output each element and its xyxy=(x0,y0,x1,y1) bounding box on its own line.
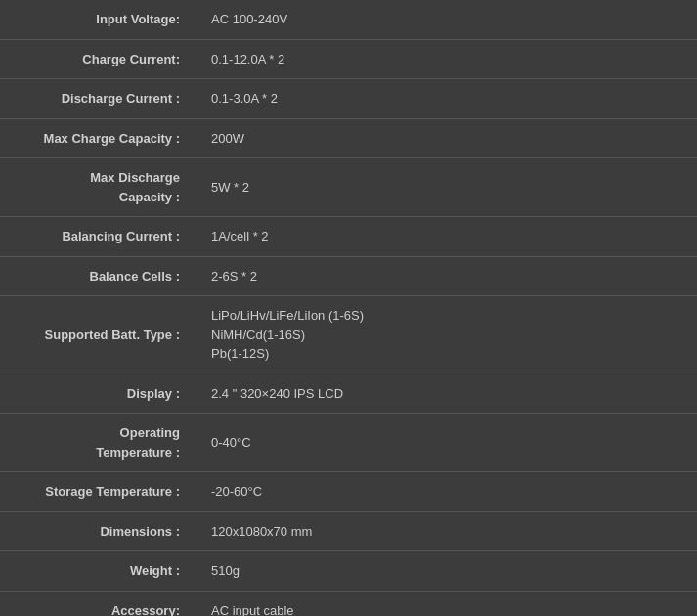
spec-value: AC input cable xyxy=(196,591,697,616)
spec-label: Accessory: xyxy=(0,591,196,616)
spec-value: 510g xyxy=(196,551,697,592)
table-row: Max Charge Capacity :200W xyxy=(0,118,697,158)
spec-label: Max DischargeCapacity : xyxy=(0,158,196,217)
spec-label: Weight : xyxy=(0,551,196,592)
spec-value: 5W * 2 xyxy=(196,158,697,217)
spec-label: Discharge Current : xyxy=(0,79,196,119)
table-row: Supported Batt. Type :LiPo/LiHv/LiFe/LiI… xyxy=(0,296,697,374)
table-row: Weight :510g xyxy=(0,551,697,592)
spec-label: Dimensions : xyxy=(0,511,196,551)
table-row: Dimensions :120x1080x70 mm xyxy=(0,511,697,551)
spec-label: Charge Current: xyxy=(0,39,196,79)
spec-label: Max Charge Capacity : xyxy=(0,118,196,158)
spec-label: Balance Cells : xyxy=(0,256,196,296)
table-row: Balance Cells :2-6S * 2 xyxy=(0,256,697,296)
spec-label: Supported Batt. Type : xyxy=(0,296,196,374)
spec-label: Input Voltage: xyxy=(0,0,196,39)
spec-label: Balancing Current : xyxy=(0,217,196,257)
spec-value: 120x1080x70 mm xyxy=(196,511,697,551)
spec-value: 1A/cell * 2 xyxy=(196,217,697,257)
table-row: Max DischargeCapacity :5W * 2 xyxy=(0,158,697,217)
spec-label: Display : xyxy=(0,374,196,414)
spec-value: AC 100-240V xyxy=(196,0,697,39)
table-row: Input Voltage:AC 100-240V xyxy=(0,0,697,39)
spec-value: 0.1-3.0A * 2 xyxy=(196,79,697,119)
spec-value: LiPo/LiHv/LiFe/LiIon (1-6S)NiMH/Cd(1-16S… xyxy=(196,296,697,374)
spec-value: 2.4 " 320×240 IPS LCD xyxy=(196,374,697,414)
spec-value: 200W xyxy=(196,118,697,158)
table-row: Display :2.4 " 320×240 IPS LCD xyxy=(0,374,697,414)
spec-label: Storage Temperature : xyxy=(0,472,196,512)
spec-value: 0.1-12.0A * 2 xyxy=(196,39,697,79)
table-row: Storage Temperature :-20-60°C xyxy=(0,472,697,512)
table-row: Balancing Current :1A/cell * 2 xyxy=(0,217,697,257)
spec-value: 2-6S * 2 xyxy=(196,256,697,296)
spec-label: OperatingTemperature : xyxy=(0,414,196,472)
table-row: Accessory:AC input cable xyxy=(0,591,697,616)
table-row: Charge Current:0.1-12.0A * 2 xyxy=(0,39,697,79)
table-row: OperatingTemperature :0-40°C xyxy=(0,414,697,472)
spec-value: -20-60°C xyxy=(196,472,697,512)
specs-table: Input Voltage:AC 100-240VCharge Current:… xyxy=(0,0,697,616)
table-row: Discharge Current :0.1-3.0A * 2 xyxy=(0,79,697,119)
spec-value: 0-40°C xyxy=(196,414,697,472)
